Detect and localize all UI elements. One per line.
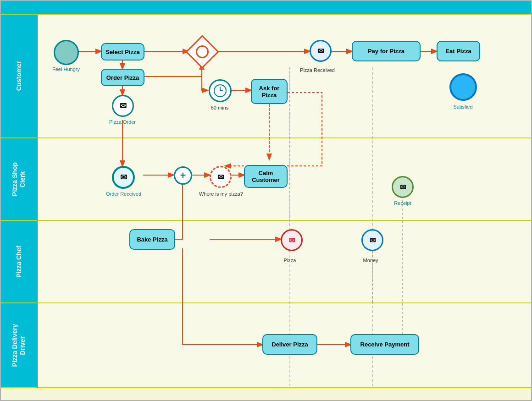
diagram-container: Customer Pizza ShopClerk Pizza Chef Pizz… <box>0 0 532 401</box>
order-received-label: Order Received <box>104 191 143 197</box>
order-received-event[interactable]: ✉ <box>112 166 135 189</box>
bake-pizza-task[interactable]: Bake Pizza <box>129 229 175 250</box>
swimlane-label-driver: Pizza DeliveryDriver <box>11 324 27 367</box>
receipt-label: Receipt <box>389 200 416 206</box>
eat-pizza-task[interactable]: Eat Pizza <box>437 41 480 61</box>
start-event[interactable] <box>54 40 79 65</box>
receive-payment-task[interactable]: Receive Payment <box>350 334 419 355</box>
swimlane-label-chef: Pizza Chef <box>15 246 23 278</box>
calm-customer-task[interactable]: Calm Customer <box>244 165 288 188</box>
chef-pizza-event[interactable]: ✉ <box>281 229 303 251</box>
swimlane-label-clerk: Pizza ShopClerk <box>11 162 27 196</box>
swimlane-header-driver: Pizza DeliveryDriver <box>1 303 38 388</box>
pizza-label: Pizza <box>276 258 304 263</box>
plus-gateway[interactable]: + <box>173 166 193 185</box>
satisfied-end-event[interactable] <box>448 72 478 102</box>
swimlane-header-clerk: Pizza ShopClerk <box>1 138 38 221</box>
swimlane-label-customer: Customer <box>15 61 23 91</box>
pay-pizza-task[interactable]: Pay for Pizza <box>352 41 421 61</box>
timer-label: 60 mins <box>206 105 233 110</box>
where-pizza-label: Where is my pizza? <box>189 191 253 197</box>
receipt-event[interactable]: ✉ <box>392 176 414 198</box>
satisfied-label: Satisfied <box>448 104 478 110</box>
swimlane-header-chef: Pizza Chef <box>1 221 38 303</box>
clerk-message-event[interactable]: ✉ <box>210 166 232 188</box>
ask-pizza-task[interactable]: Ask for Pizza <box>251 79 288 104</box>
chef-money-event[interactable]: ✉ <box>361 229 383 251</box>
pizza-received-label: Pizza Received <box>294 67 340 73</box>
feel-hungry-label: Feel Hungry <box>50 66 82 72</box>
select-pizza-task[interactable]: Select Pizza <box>101 43 144 60</box>
top-bar <box>1 1 531 15</box>
money-label: Money <box>357 258 384 263</box>
gateway-diamond[interactable] <box>188 38 216 66</box>
pizza-order-label: Pizza Order <box>104 119 141 125</box>
order-pizza-task[interactable]: Order Pizza <box>101 69 144 86</box>
deliver-pizza-task[interactable]: Deliver Pizza <box>262 334 317 355</box>
pizza-order-event[interactable]: ✉ <box>112 95 134 117</box>
swimlane-header-customer: Customer <box>1 15 38 138</box>
timer-event[interactable] <box>207 78 233 103</box>
customer-message-event[interactable]: ✉ <box>310 40 332 62</box>
